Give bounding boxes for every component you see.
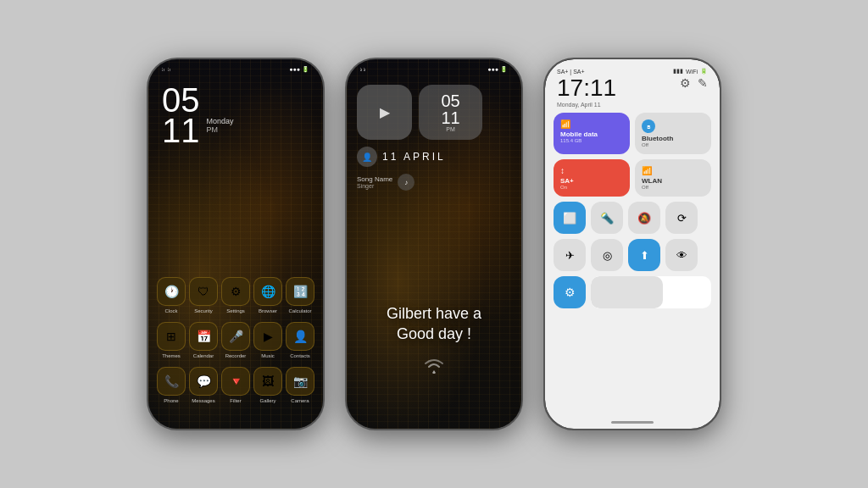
messages-label: Messages (192, 398, 214, 403)
clock-p3: 17:11 Monday, April 11 (557, 76, 616, 108)
filter-icon: 🔻 (221, 367, 250, 396)
app-contacts[interactable]: 👤 Contacts (286, 322, 314, 358)
lock-clock-hour: 05 (441, 92, 459, 109)
recorder-label: Recorder (225, 353, 247, 358)
app-calendar[interactable]: 📅 Calendar (189, 322, 218, 358)
app-filter[interactable]: 🔻 Filter (221, 367, 250, 403)
brightness-fill (591, 276, 663, 308)
recorder-icon: 🎤 (221, 322, 250, 351)
brightness-row: ⚙ (545, 276, 720, 308)
sa-plus-tile[interactable]: ↕ SA+ On (554, 159, 630, 197)
quick-eye-icon[interactable]: 👁 (665, 239, 698, 271)
settings-actions: ⚙ ✎ (680, 76, 708, 90)
app-row-1: 🕐 Clock 🛡 Security ⚙ Settings 🌐 Browser … (155, 277, 316, 313)
quick-airplane-icon[interactable]: ✈ (554, 239, 586, 271)
bluetooth-icon: ʙ (642, 119, 655, 133)
edit-icon[interactable]: ✎ (698, 76, 708, 90)
music-note-icon: ♪ (398, 174, 415, 191)
music-info: Song Name Singer (357, 175, 392, 189)
wlan-tile[interactable]: 📶 WLAN Off (635, 159, 711, 197)
music-widget[interactable]: Song Name Singer ♪ (357, 174, 511, 191)
home-indicator-p3 (611, 421, 654, 424)
status-bar-phone1: ᵢₗ ᵢₗ ●●● 🔋 (148, 66, 323, 73)
settings-icon: ⚙ (221, 277, 250, 306)
status-icons-p3: ▮▮▮ WiFi 🔋 (673, 68, 708, 75)
security-label: Security (194, 308, 213, 313)
app-calculator[interactable]: 🔢 Calculator (286, 277, 314, 313)
quick-square-icon[interactable]: ⬜ (554, 202, 586, 234)
clock-label: Clock (164, 308, 177, 313)
bluetooth-tile[interactable]: ʙ Bluetooth Off (635, 113, 711, 154)
status-icons-p1: ●●● 🔋 (289, 66, 309, 73)
photo-widget[interactable]: ▶ (357, 85, 412, 140)
browser-label: Browser (259, 308, 277, 313)
app-grid-p1: 🕐 Clock 🛡 Security ⚙ Settings 🌐 Browser … (148, 277, 323, 412)
quick-icons-row1: ⬜ 🔦 🔕 ⟳ (545, 202, 720, 234)
camera-icon: 📷 (286, 367, 314, 396)
app-messages[interactable]: 💬 Messages (189, 367, 218, 403)
clock-widget-p2: 05 11 PM (419, 85, 482, 140)
app-music[interactable]: ▶ Music (253, 322, 282, 358)
control-center-screen: SA+ | SA+ ▮▮▮ WiFi 🔋 17:11 Monday, April… (545, 59, 720, 429)
status-icons-p2: ●●● 🔋 (487, 66, 508, 73)
quick-navigation-icon[interactable]: ⬆ (628, 239, 660, 271)
app-recorder[interactable]: 🎤 Recorder (221, 322, 250, 358)
play-icon: ▶ (380, 104, 390, 120)
calendar-icon: 📅 (189, 322, 218, 351)
app-browser[interactable]: 🌐 Browser (253, 277, 282, 313)
quick-flashlight-icon[interactable]: 🔦 (591, 202, 623, 234)
app-security[interactable]: 🛡 Security (189, 277, 218, 313)
quick-rotate-icon[interactable]: ⟳ (665, 202, 698, 234)
music-icon: ▶ (253, 322, 282, 351)
mobile-data-tile[interactable]: 📶 Mobile data 115.4 GB (554, 113, 630, 154)
settings-tile-icon[interactable]: ⚙ (554, 276, 586, 308)
bluetooth-status: Off (642, 142, 704, 147)
app-camera[interactable]: 📷 Camera (286, 367, 314, 403)
settings-gear-icon[interactable]: ⚙ (680, 76, 691, 90)
wifi-icon-p2 (422, 357, 446, 378)
app-themes[interactable]: ⊞ Themes (157, 322, 186, 358)
clock-day-p1: Monday (207, 117, 234, 125)
phone-icon: 📞 (157, 367, 186, 396)
sa-plus-icon: ↕ (560, 166, 623, 175)
mobile-data-icon: 📶 (560, 119, 623, 129)
clock-icon: 🕐 (157, 277, 186, 306)
security-icon: 🛡 (189, 277, 218, 306)
app-gallery[interactable]: 🖼 Gallery (253, 367, 282, 403)
control-grid: 📶 Mobile data 115.4 GB ʙ Bluetooth Off (545, 113, 720, 197)
calculator-icon: 🔢 (286, 277, 314, 306)
avatar-icon: 👤 (357, 147, 377, 167)
status-bar-p3: SA+ | SA+ ▮▮▮ WiFi 🔋 (545, 59, 720, 76)
mobile-data-value: 115.4 GB (560, 138, 623, 143)
browser-icon: 🌐 (253, 277, 282, 306)
filter-label: Filter (230, 398, 241, 403)
quick-location-icon[interactable]: ◎ (591, 239, 623, 271)
contacts-label: Contacts (290, 353, 310, 358)
quick-icons-row2: ✈ ◎ ⬆ 👁 (545, 239, 720, 271)
app-settings[interactable]: ⚙ Settings (221, 277, 250, 313)
themes-label: Themes (162, 353, 181, 358)
date-display-p3: Monday, April 11 (557, 102, 616, 108)
status-time-p2: ᵢₗ ᵢₗ (360, 66, 365, 73)
app-clock[interactable]: 🕐 Clock (157, 277, 186, 313)
camera-label: Camera (291, 398, 309, 403)
widget-area-p2: ▶ 05 11 PM 👤 11 APRIL Song Name (357, 85, 511, 191)
date-widget: 👤 11 APRIL (357, 147, 511, 167)
messages-icon: 💬 (189, 367, 218, 396)
status-bar-p2: ᵢₗ ᵢₗ ●●● 🔋 (347, 66, 521, 73)
wlan-label: WLAN (642, 177, 704, 185)
music-label: Music (261, 353, 275, 358)
contacts-icon: 👤 (286, 322, 314, 351)
clock-ampm-p1: PM (207, 125, 234, 134)
time-row-p3: 17:11 Monday, April 11 ⚙ ✎ (545, 76, 720, 113)
phone-control: SA+ | SA+ ▮▮▮ WiFi 🔋 17:11 Monday, April… (543, 58, 721, 430)
brightness-slider[interactable] (591, 276, 711, 308)
quick-mute-icon[interactable]: 🔕 (628, 202, 660, 234)
gallery-label: Gallery (259, 398, 275, 403)
app-phone[interactable]: 📞 Phone (157, 367, 186, 403)
phone-home: ᵢₗ ᵢₗ ●●● 🔋 05 11 Monday PM 🕐 Clock (147, 58, 325, 430)
bluetooth-label: Bluetooth (642, 135, 704, 142)
wlan-icon: 📶 (642, 166, 652, 175)
control-row-1: 📶 Mobile data 115.4 GB ʙ Bluetooth Off (554, 113, 711, 154)
app-row-3: 📞 Phone 💬 Messages 🔻 Filter 🖼 Gallery 📷 (155, 367, 316, 403)
